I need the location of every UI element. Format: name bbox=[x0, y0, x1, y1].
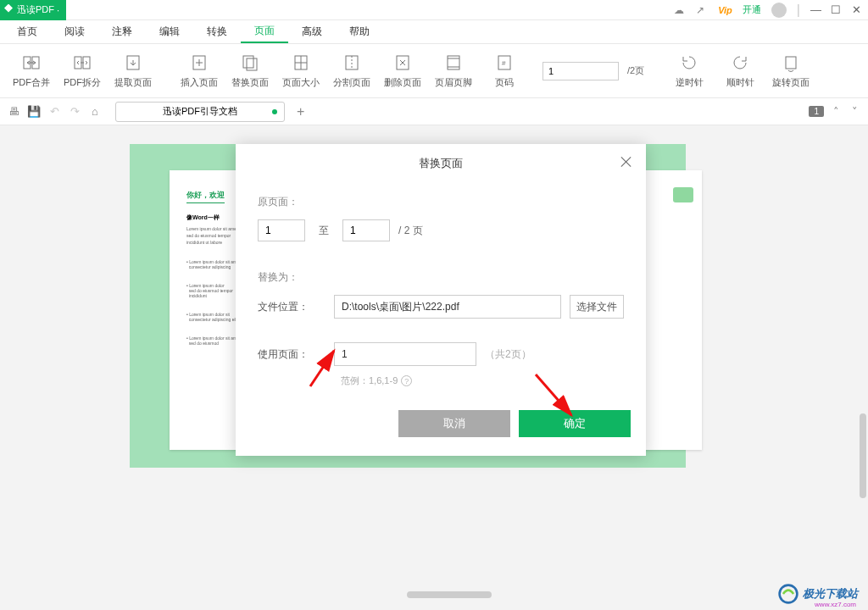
chevron-down-icon[interactable]: ˅ bbox=[848, 105, 861, 119]
redo-icon[interactable]: ↷ bbox=[68, 105, 81, 119]
toolbar: PDF合并 PDF拆分 提取页面 插入页面 替换页面 页面大小 分割页面 删除页… bbox=[0, 44, 868, 98]
tool-size[interactable]: 页面大小 bbox=[276, 46, 326, 97]
total-pages-label: / 2 页 bbox=[398, 224, 423, 238]
tool-rotate-cw[interactable]: 顺时针 bbox=[715, 46, 765, 97]
svg-rect-14 bbox=[786, 57, 796, 69]
insert-icon bbox=[189, 53, 209, 73]
share-icon[interactable]: ↗ bbox=[696, 4, 708, 16]
svg-rect-11 bbox=[448, 56, 459, 69]
tool-divide[interactable]: 分割页面 bbox=[327, 46, 376, 97]
rotate-cw-icon bbox=[730, 53, 750, 73]
app-badge: 迅读PDF · bbox=[0, 0, 66, 20]
menu-home[interactable]: 首页 bbox=[3, 21, 51, 42]
pagenum-icon: # bbox=[494, 53, 515, 73]
chevron-up-icon[interactable]: ˄ bbox=[829, 105, 843, 119]
svg-rect-3 bbox=[83, 57, 90, 69]
divide-icon bbox=[342, 53, 362, 73]
tool-rotate-page[interactable]: 旋转页面 bbox=[766, 46, 815, 97]
app-name: 迅读PDF bbox=[17, 3, 54, 16]
file-location-label: 文件位置： bbox=[258, 300, 326, 314]
close-button[interactable]: ✕ bbox=[851, 3, 861, 16]
menu-page[interactable]: 页面 bbox=[241, 20, 288, 43]
replace-page-dialog: 替换页面 原页面： 至 / 2 页 替换为： 文件位置： 选择文件 使用页面： bbox=[236, 144, 646, 456]
cloud-icon[interactable]: ☁ bbox=[674, 4, 686, 16]
help-icon[interactable]: ? bbox=[401, 375, 412, 386]
print-icon[interactable]: 🖶 bbox=[7, 105, 20, 119]
page-badge: 1 bbox=[809, 106, 824, 117]
vip-icon[interactable]: Vip bbox=[718, 5, 732, 15]
merge-icon bbox=[21, 53, 42, 73]
tabbar: 🖶 💾 ↶ ↷ ⌂ 迅读PDF引导文档 + 1 ˄ ˅ bbox=[0, 98, 868, 125]
to-label: 至 bbox=[319, 224, 329, 238]
tool-page-number[interactable]: # 页码 bbox=[480, 46, 529, 97]
replace-with-label: 替换为： bbox=[258, 270, 624, 285]
cancel-button[interactable]: 取消 bbox=[398, 410, 510, 437]
example-hint: 范例：1,6,1-9 ? bbox=[341, 374, 624, 387]
file-path-input[interactable] bbox=[334, 295, 561, 319]
divider: | bbox=[797, 3, 800, 18]
tool-rotate-ccw[interactable]: 逆时针 bbox=[665, 46, 714, 97]
to-page-input[interactable] bbox=[342, 219, 390, 241]
menu-convert[interactable]: 转换 bbox=[193, 21, 241, 42]
document-tab-label: 迅读PDF引导文档 bbox=[163, 105, 237, 118]
tool-header-footer[interactable]: 页眉页脚 bbox=[429, 46, 478, 97]
tool-split[interactable]: PDF拆分 bbox=[58, 46, 107, 97]
split-icon bbox=[72, 53, 92, 73]
undo-icon[interactable]: ↶ bbox=[47, 105, 61, 119]
vip-open-label[interactable]: 开通 bbox=[743, 3, 761, 16]
svg-rect-6 bbox=[243, 56, 253, 68]
save-icon[interactable]: 💾 bbox=[27, 105, 41, 119]
dialog-title: 替换页面 bbox=[419, 156, 463, 171]
tool-replace[interactable]: 替换页面 bbox=[225, 46, 275, 97]
size-icon bbox=[291, 53, 311, 73]
tool-insert[interactable]: 插入页面 bbox=[175, 46, 224, 97]
dialog-close-button[interactable] bbox=[620, 156, 632, 168]
rotate-ccw-icon bbox=[679, 53, 699, 73]
original-page-label: 原页面： bbox=[258, 195, 624, 209]
watermark-url: www.xz7.com bbox=[815, 601, 856, 608]
svg-rect-7 bbox=[247, 58, 257, 70]
menu-advanced[interactable]: 高级 bbox=[288, 21, 336, 42]
watermark-text: 极光下载站 bbox=[803, 586, 858, 602]
ok-button[interactable]: 确定 bbox=[519, 410, 631, 437]
svg-text:#: # bbox=[502, 59, 506, 67]
svg-point-15 bbox=[780, 585, 798, 603]
from-page-input[interactable] bbox=[258, 219, 305, 241]
document-tab[interactable]: 迅读PDF引导文档 bbox=[115, 102, 285, 122]
watermark-logo-icon bbox=[777, 583, 799, 605]
delete-icon bbox=[392, 53, 413, 73]
maximize-button[interactable]: ☐ bbox=[831, 3, 841, 16]
browse-file-button[interactable]: 选择文件 bbox=[570, 295, 624, 319]
page-total-label: /2页 bbox=[627, 64, 644, 77]
menu-annotate[interactable]: 注释 bbox=[98, 21, 146, 42]
modified-dot-icon bbox=[272, 109, 277, 114]
menu-help[interactable]: 帮助 bbox=[336, 21, 383, 42]
use-pages-label: 使用页面： bbox=[258, 347, 326, 362]
use-pages-input[interactable] bbox=[334, 342, 476, 366]
extract-icon bbox=[123, 53, 143, 73]
minimize-button[interactable]: — bbox=[810, 3, 821, 16]
tool-delete[interactable]: 删除页面 bbox=[378, 46, 427, 97]
svg-rect-2 bbox=[75, 57, 81, 69]
tool-merge[interactable]: PDF合并 bbox=[7, 46, 56, 97]
replace-icon bbox=[240, 53, 260, 73]
menu-edit[interactable]: 编辑 bbox=[146, 21, 193, 42]
home-icon[interactable]: ⌂ bbox=[88, 105, 102, 119]
avatar[interactable] bbox=[771, 3, 787, 18]
tool-extract[interactable]: 提取页面 bbox=[108, 46, 158, 97]
rotate-page-icon bbox=[781, 53, 801, 73]
header-footer-icon bbox=[443, 53, 464, 73]
use-pages-total: （共2页） bbox=[485, 347, 531, 362]
add-tab-button[interactable]: + bbox=[297, 104, 304, 119]
menu-read[interactable]: 阅读 bbox=[51, 21, 98, 42]
menubar: 首页 阅读 注释 编辑 转换 页面 高级 帮助 bbox=[0, 20, 868, 44]
current-page-input[interactable] bbox=[542, 62, 619, 80]
